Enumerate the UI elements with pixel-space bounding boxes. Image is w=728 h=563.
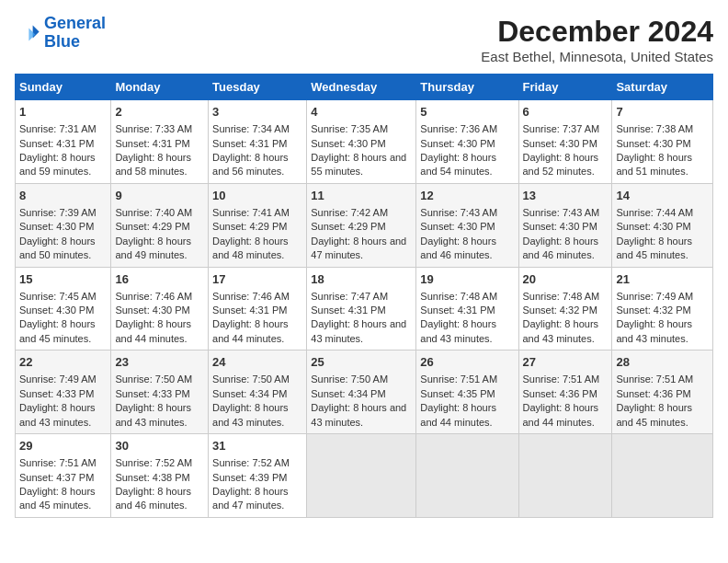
daylight-hours: Daylight: 8 hours and 47 minutes. [212,485,302,513]
daylight-hours: Daylight: 8 hours and 43 minutes. [523,317,609,346]
day-number: 27 [523,354,609,371]
calendar-cell: 17Sunrise: 7:46 AMSunset: 4:31 PMDayligh… [209,267,307,350]
daylight-hours: Daylight: 8 hours and 44 minutes. [420,401,514,430]
sunset-time: Sunset: 4:34 PM [311,387,412,401]
daylight-hours: Daylight: 8 hours and 54 minutes. [420,151,514,179]
daylight-hours: Daylight: 8 hours and 45 minutes. [19,485,107,513]
title-area: December 2024 East Bethel, Minnesota, Un… [481,15,713,64]
day-number: 29 [19,438,107,454]
daylight-hours: Daylight: 8 hours and 46 minutes. [115,485,204,513]
daylight-hours: Daylight: 8 hours and 46 minutes. [523,235,609,263]
main-title: December 2024 [481,15,713,49]
sunset-time: Sunset: 4:31 PM [115,137,204,151]
sunset-time: Sunset: 4:31 PM [311,304,412,317]
sunrise-time: Sunrise: 7:51 AM [523,373,609,386]
calendar-cell [416,434,518,518]
day-number: 2 [115,104,204,121]
day-number: 30 [115,438,204,454]
sunrise-time: Sunrise: 7:50 AM [311,373,412,386]
day-number: 22 [19,354,107,371]
daylight-hours: Daylight: 8 hours and 45 minutes. [19,317,107,346]
calendar-week-row: 15Sunrise: 7:45 AMSunset: 4:30 PMDayligh… [16,267,713,350]
day-number: 8 [19,188,107,204]
calendar-cell: 23Sunrise: 7:50 AMSunset: 4:33 PMDayligh… [111,350,209,434]
sunset-time: Sunset: 4:36 PM [616,387,709,401]
logo-text: General Blue [44,15,106,52]
day-number: 25 [311,354,412,371]
day-number: 9 [115,188,204,204]
day-number: 10 [212,188,302,204]
daylight-hours: Daylight: 8 hours and 45 minutes. [616,235,709,263]
calendar-cell: 12Sunrise: 7:43 AMSunset: 4:30 PMDayligh… [416,183,518,267]
calendar-cell: 13Sunrise: 7:43 AMSunset: 4:30 PMDayligh… [518,183,612,267]
page-header: General Blue December 2024 East Bethel, … [15,15,713,64]
day-number: 13 [523,188,609,204]
day-number: 16 [115,271,204,288]
sunset-time: Sunset: 4:29 PM [115,220,204,234]
calendar-cell: 3Sunrise: 7:34 AMSunset: 4:31 PMDaylight… [209,100,307,184]
sunrise-time: Sunrise: 7:52 AM [212,456,302,470]
day-number: 24 [212,354,302,371]
calendar-cell: 1Sunrise: 7:31 AMSunset: 4:31 PMDaylight… [16,100,111,184]
calendar-cell: 27Sunrise: 7:51 AMSunset: 4:36 PMDayligh… [518,350,612,434]
daylight-hours: Daylight: 8 hours and 43 minutes. [19,401,107,430]
day-number: 19 [420,271,514,288]
calendar-cell: 20Sunrise: 7:48 AMSunset: 4:32 PMDayligh… [518,267,612,350]
day-number: 18 [311,271,412,288]
sunrise-time: Sunrise: 7:31 AM [19,122,107,136]
calendar-cell: 8Sunrise: 7:39 AMSunset: 4:30 PMDaylight… [16,183,111,267]
logo-icon [15,20,40,46]
day-number: 28 [616,354,709,371]
calendar-cell: 30Sunrise: 7:52 AMSunset: 4:38 PMDayligh… [111,434,209,518]
calendar-week-row: 1Sunrise: 7:31 AMSunset: 4:31 PMDaylight… [16,100,713,184]
daylight-hours: Daylight: 8 hours and 56 minutes. [212,151,302,179]
day-number: 7 [616,104,709,121]
daylight-hours: Daylight: 8 hours and 55 minutes. [311,151,412,179]
calendar-cell: 2Sunrise: 7:33 AMSunset: 4:31 PMDaylight… [111,100,209,184]
sunrise-time: Sunrise: 7:40 AM [115,206,204,220]
sunrise-time: Sunrise: 7:36 AM [420,122,514,136]
daylight-hours: Daylight: 8 hours and 50 minutes. [19,235,107,263]
sunrise-time: Sunrise: 7:43 AM [523,206,609,220]
sunset-time: Sunset: 4:37 PM [19,471,107,485]
calendar-cell: 11Sunrise: 7:42 AMSunset: 4:29 PMDayligh… [307,183,416,267]
sunrise-time: Sunrise: 7:51 AM [616,373,709,386]
sunset-time: Sunset: 4:30 PM [420,137,514,151]
column-header-friday: Friday [518,75,612,100]
sunset-time: Sunset: 4:31 PM [212,304,302,317]
sunset-time: Sunset: 4:32 PM [616,304,709,317]
daylight-hours: Daylight: 8 hours and 58 minutes. [115,151,204,179]
sunset-time: Sunset: 4:38 PM [115,471,204,485]
calendar-cell: 31Sunrise: 7:52 AMSunset: 4:39 PMDayligh… [209,434,307,518]
sunset-time: Sunset: 4:29 PM [311,220,412,234]
sunrise-time: Sunrise: 7:39 AM [19,206,107,220]
sunset-time: Sunset: 4:30 PM [420,220,514,234]
calendar-cell: 6Sunrise: 7:37 AMSunset: 4:30 PMDaylight… [518,100,612,184]
daylight-hours: Daylight: 8 hours and 51 minutes. [616,151,709,179]
calendar-cell: 22Sunrise: 7:49 AMSunset: 4:33 PMDayligh… [16,350,111,434]
sunrise-time: Sunrise: 7:48 AM [523,290,609,304]
column-header-thursday: Thursday [416,75,518,100]
day-number: 4 [311,104,412,121]
sunrise-time: Sunrise: 7:43 AM [420,206,514,220]
day-number: 11 [311,188,412,204]
calendar-cell: 9Sunrise: 7:40 AMSunset: 4:29 PMDaylight… [111,183,209,267]
sunset-time: Sunset: 4:30 PM [523,220,609,234]
sunrise-time: Sunrise: 7:50 AM [212,373,302,386]
calendar-cell: 7Sunrise: 7:38 AMSunset: 4:30 PMDaylight… [612,100,713,184]
sunset-time: Sunset: 4:36 PM [523,387,609,401]
day-number: 6 [523,104,609,121]
sunrise-time: Sunrise: 7:49 AM [19,373,107,386]
calendar-week-row: 29Sunrise: 7:51 AMSunset: 4:37 PMDayligh… [16,434,713,518]
sunrise-time: Sunrise: 7:49 AM [616,290,709,304]
calendar-week-row: 8Sunrise: 7:39 AMSunset: 4:30 PMDaylight… [16,183,713,267]
sunrise-time: Sunrise: 7:33 AM [115,122,204,136]
sunrise-time: Sunrise: 7:46 AM [115,290,204,304]
sunset-time: Sunset: 4:30 PM [19,220,107,234]
svg-marker-0 [33,25,40,38]
calendar-cell: 25Sunrise: 7:50 AMSunset: 4:34 PMDayligh… [307,350,416,434]
column-header-saturday: Saturday [612,75,713,100]
sunset-time: Sunset: 4:31 PM [420,304,514,317]
sunrise-time: Sunrise: 7:41 AM [212,206,302,220]
daylight-hours: Daylight: 8 hours and 44 minutes. [212,317,302,346]
